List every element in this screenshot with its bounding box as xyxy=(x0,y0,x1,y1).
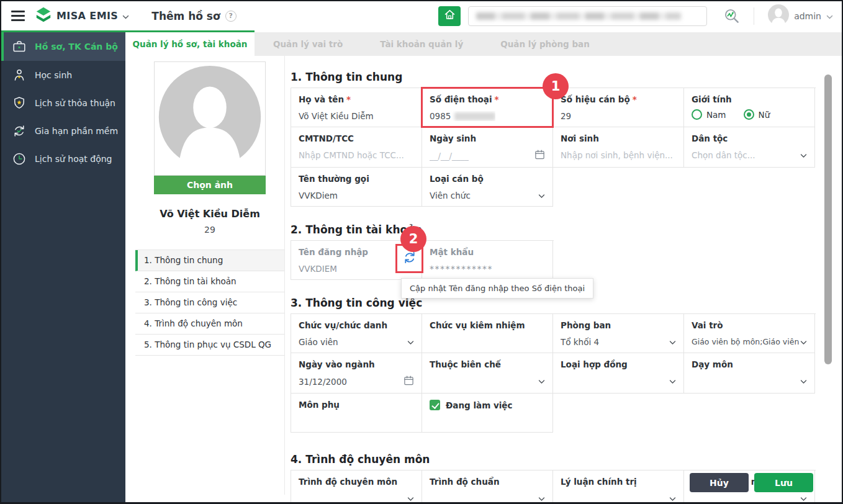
chevron-down-icon[interactable] xyxy=(669,376,676,386)
staff-photo xyxy=(154,61,266,176)
field-chuc-vu-kiem-nhiem[interactable]: Chức vụ kiêm nhiệm xyxy=(422,314,553,353)
profile-nav-trinh-do-chuyen-mon[interactable]: 4. Trình độ chuyên môn xyxy=(135,313,284,335)
renew-check-icon xyxy=(12,124,27,138)
field-loai-can-bo[interactable]: Loại cán bộ Viên chức xyxy=(422,168,553,207)
sidebar: Hồ sơ, TK Cán bộ Học sinh Lịch sử thỏa t… xyxy=(1,32,125,502)
school-name-input[interactable] xyxy=(468,6,707,26)
scrollbar-thumb[interactable] xyxy=(824,74,832,364)
brand-menu[interactable]: MISA EMIS xyxy=(35,6,129,26)
chevron-down-icon[interactable] xyxy=(800,493,807,503)
sidebar-item-label: Lịch sử hoạt động xyxy=(35,154,112,164)
chevron-down-icon[interactable] xyxy=(538,376,545,386)
dang-lam-viec-checkbox[interactable]: Đang làm việc xyxy=(430,400,545,410)
sidebar-item-label: Hồ sơ, TK Cán bộ xyxy=(35,42,118,52)
chevron-down-icon[interactable] xyxy=(800,150,807,160)
field-day-mon[interactable]: Dạy môn xyxy=(684,353,815,394)
checkbox-checked-icon[interactable] xyxy=(430,400,440,410)
sidebar-item-ho-so-tk-can-bo[interactable]: Hồ sơ, TK Cán bộ xyxy=(1,32,125,61)
cancel-button[interactable]: Hủy xyxy=(690,473,749,492)
field-phong-ban[interactable]: Phòng ban Tổ khối 4 xyxy=(553,314,684,353)
radio-nam-icon[interactable] xyxy=(692,109,702,120)
field-so-dien-thoai[interactable]: Số điện thoại* 0985 1 xyxy=(422,88,553,127)
top-header: MISA EMIS Thêm hồ sơ ? xyxy=(1,1,842,30)
chevron-down-icon[interactable] xyxy=(538,493,545,503)
field-ngay-vao-nganh[interactable]: Ngày vào ngành 31/12/2000 xyxy=(291,353,422,394)
field-noi-sinh[interactable]: Nơi sinh Nhập nơi sinh, bệnh viện... xyxy=(553,127,684,168)
profile-nav-thong-tin-chung[interactable]: 1. Thông tin chung xyxy=(135,250,284,271)
field-vai-tro[interactable]: Vai trò Giáo viên bộ môn;Giáo viên xyxy=(684,314,815,353)
column-divider xyxy=(284,56,285,495)
chevron-down-icon[interactable] xyxy=(800,337,807,347)
radio-nam[interactable]: Nam xyxy=(692,109,726,120)
avatar-placeholder-icon xyxy=(156,65,263,175)
work-info-table: Chức vụ/chức danh Giáo viên Chức vụ kiêm… xyxy=(291,313,816,433)
phone-blurred xyxy=(454,112,495,120)
field-cmtnd-tcc[interactable]: CMTND/TCC Nhập CMTND hoặc TCC... xyxy=(291,127,422,168)
profile-panel: Chọn ảnh Võ Việt Kiều Diễm 29 1. Thông t… xyxy=(135,61,284,356)
field-dan-toc[interactable]: Dân tộc Chọn dân tộc... xyxy=(684,127,815,168)
help-icon[interactable]: ? xyxy=(225,11,237,22)
profile-section-nav: 1. Thông tin chung 2. Thông tin tài khoả… xyxy=(135,250,284,356)
chevron-down-icon[interactable] xyxy=(669,493,676,503)
footer-actions: Hủy Lưu xyxy=(690,473,813,492)
tab-quan-ly-phong-ban[interactable]: Quản lý phòng ban xyxy=(482,32,608,56)
home-button[interactable] xyxy=(438,6,461,26)
sidebar-item-label: Học sinh xyxy=(35,70,72,80)
calendar-icon[interactable] xyxy=(403,375,414,388)
radio-nu[interactable]: Nữ xyxy=(744,109,770,120)
field-loai-hop-dong[interactable]: Loại hợp đồng xyxy=(553,353,684,394)
page-title-area: Thêm hồ sơ ? xyxy=(151,10,236,22)
field-ho-va-ten[interactable]: Họ và tên* Võ Việt Kiều Diễm xyxy=(291,88,422,127)
profile-nav-thong-tin-cong-viec[interactable]: 3. Thông tin công việc xyxy=(135,292,284,313)
calendar-icon[interactable] xyxy=(534,149,545,162)
field-gioi-tinh[interactable]: Giới tính Nam Nữ xyxy=(684,88,815,127)
sidebar-item-lich-su-hoat-dong[interactable]: Lịch sử hoạt động xyxy=(1,145,125,173)
menu-icon[interactable] xyxy=(10,8,26,24)
field-chuc-vu-chuc-danh[interactable]: Chức vụ/chức danh Giáo viên xyxy=(291,314,422,353)
sync-tooltip: Cập nhật Tên đăng nhập theo Số điện thoạ… xyxy=(401,278,593,299)
field-dang-lam-viec[interactable]: Đang làm việc xyxy=(422,394,553,433)
section-title-account: 2. Thông tin tài khoản xyxy=(291,223,816,236)
misa-emis-logo-icon xyxy=(35,6,52,26)
briefcase-icon xyxy=(12,39,27,54)
field-ten-thuong-goi[interactable]: Tên thường gọi VVKDiem xyxy=(291,168,422,207)
field-trinh-do-chuan[interactable]: Trình độ chuẩn xyxy=(422,470,553,504)
field-mat-khau[interactable]: Mật khẩu ************ xyxy=(422,241,553,280)
school-name-blurred xyxy=(476,12,681,20)
page-title: Thêm hồ sơ xyxy=(151,10,220,22)
main-content: Chọn ảnh Võ Việt Kiều Diễm 29 1. Thông t… xyxy=(125,56,842,502)
chevron-down-icon[interactable] xyxy=(407,337,414,347)
user-name: admin xyxy=(794,11,821,21)
profile-nav-thong-tin-tai-khoan[interactable]: 2. Thông tin tài khoản xyxy=(135,271,284,292)
field-trinh-do-chuyen-mon[interactable]: Trình độ chuyên môn xyxy=(291,470,422,504)
student-icon xyxy=(12,68,27,83)
form-panel: 1. Thông tin chung Họ và tên* Võ Việt Ki… xyxy=(291,56,816,504)
sidebar-item-lich-su-thoa-thuan[interactable]: Lịch sử thỏa thuận xyxy=(1,89,125,117)
search-insights-icon[interactable] xyxy=(723,7,740,24)
profile-nav-thong-tin-phuc-vu-csdl-qg[interactable]: 5. Thông tin phục vụ CSDL QG xyxy=(135,335,284,356)
chevron-down-icon[interactable] xyxy=(800,376,807,386)
field-ly-luan-chinh-tri[interactable]: Lý luận chính trị xyxy=(553,470,684,504)
radio-nu-icon[interactable] xyxy=(744,109,754,120)
brand-chevron-down-icon xyxy=(122,10,129,22)
home-icon xyxy=(443,8,456,24)
sync-username-icon[interactable] xyxy=(402,250,417,268)
sidebar-item-hoc-sinh[interactable]: Học sinh xyxy=(1,61,125,89)
field-mon-phu[interactable]: Môn phụ xyxy=(291,394,422,433)
tab-quan-ly-vai-tro[interactable]: Quản lý vai trò xyxy=(255,32,361,56)
clock-icon xyxy=(12,151,27,166)
user-menu[interactable]: admin xyxy=(768,4,833,28)
tab-tai-khoan-quan-ly[interactable]: Tài khoản quản lý xyxy=(361,32,482,56)
chevron-down-icon[interactable] xyxy=(407,493,414,503)
sidebar-item-gia-han-phan-mem[interactable]: Gia hạn phần mềm xyxy=(1,117,125,145)
chevron-down-icon[interactable] xyxy=(669,337,676,347)
field-thuoc-bien-che[interactable]: Thuộc biên chế xyxy=(422,353,553,394)
callout-1-badge: 1 xyxy=(543,73,569,99)
save-button[interactable]: Lưu xyxy=(754,473,813,492)
tab-quan-ly-ho-so-tai-khoan[interactable]: Quản lý hồ sơ, tài khoản xyxy=(125,32,255,56)
tab-bar: Quản lý hồ sơ, tài khoản Quản lý vai trò… xyxy=(125,32,842,56)
field-ngay-sinh[interactable]: Ngày sinh __/__/____ xyxy=(422,127,553,168)
choose-photo-button[interactable]: Chọn ảnh xyxy=(154,176,266,194)
chevron-down-icon[interactable] xyxy=(538,191,545,200)
field-so-hieu-can-bo[interactable]: Số hiệu cán bộ* 29 xyxy=(553,88,684,127)
